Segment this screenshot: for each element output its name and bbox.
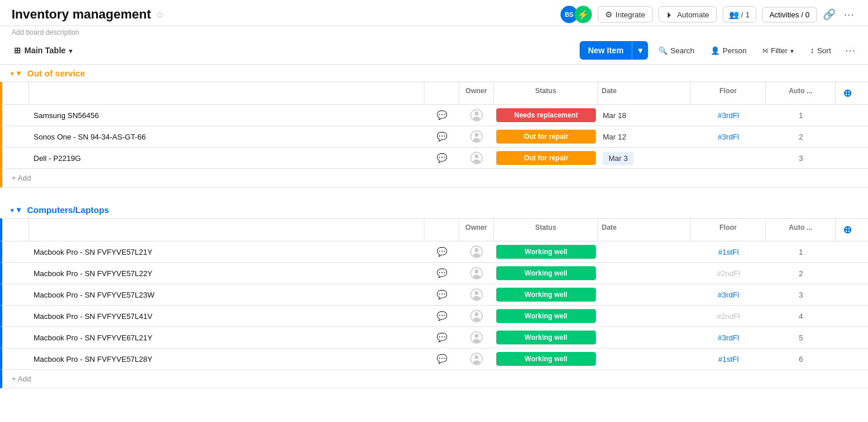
col-floor: Floor: [691, 219, 766, 241]
section-toggle-computers-laptops[interactable]: ▼: [9, 206, 23, 214]
new-item-arrow[interactable]: ▾: [632, 41, 648, 60]
status-cell[interactable]: Working well: [494, 241, 598, 262]
integrate-button[interactable]: Integrate: [598, 6, 653, 23]
row-name[interactable]: Macbook Pro - SN FVFYVE57L23W: [29, 285, 424, 305]
section-header-computers-laptops[interactable]: ▼ Computers/Laptops: [0, 201, 868, 218]
svg-point-14: [473, 275, 480, 279]
status-cell[interactable]: Working well: [494, 284, 598, 305]
owner-avatar[interactable]: [459, 245, 494, 258]
col-add[interactable]: ⊕: [836, 219, 859, 241]
row-color-bar: [12, 306, 14, 326]
status-badge: Working well: [496, 331, 596, 344]
row-name[interactable]: Macbook Pro - SN FVFYVE57L22Y: [29, 263, 424, 284]
auto-number-cell: 5: [766, 333, 836, 342]
comment-icon[interactable]: 💬: [424, 354, 459, 364]
floor-cell[interactable]: #2ndFl: [691, 312, 766, 321]
new-item-button[interactable]: New Item ▾: [580, 41, 647, 60]
svg-point-25: [475, 355, 479, 359]
comment-icon[interactable]: 💬: [424, 332, 459, 343]
status-badge: Working well: [496, 309, 596, 323]
row-name[interactable]: Macbook Pro - SN FVFYVE57L41V: [29, 306, 424, 326]
col-auto: Auto ...: [766, 82, 836, 104]
floor-cell[interactable]: #3rdFl: [691, 111, 766, 120]
status-cell[interactable]: Working well: [494, 327, 598, 348]
section-toggle-out-of-service[interactable]: ▼: [9, 69, 23, 78]
owner-avatar[interactable]: [459, 267, 494, 280]
toolbar-more-button[interactable]: ⋯: [841, 42, 859, 59]
owner-avatar[interactable]: [459, 109, 494, 122]
add-row-computers-laptops[interactable]: + Add: [0, 370, 868, 388]
status-cell[interactable]: Out for repair: [494, 126, 598, 147]
status-cell[interactable]: Out for repair: [494, 148, 598, 168]
status-cell[interactable]: Working well: [494, 348, 598, 369]
table-row: Macbook Pro - SN FVFYVE57L21Y 💬 Working …: [0, 241, 868, 263]
add-row-out-of-service[interactable]: + Add: [0, 169, 868, 188]
svg-point-26: [473, 361, 480, 365]
owner-avatar[interactable]: [459, 152, 494, 164]
comment-icon[interactable]: 💬: [424, 131, 459, 142]
floor-cell[interactable]: #2ndFl: [691, 269, 766, 278]
sort-button[interactable]: Sort: [804, 42, 837, 58]
owner-avatar[interactable]: [459, 310, 494, 322]
share-icon[interactable]: 🔗: [823, 8, 836, 21]
owner-avatar[interactable]: [459, 331, 494, 344]
row-name[interactable]: Dell - P2219G: [29, 148, 424, 168]
floor-cell[interactable]: #1stFl: [691, 355, 766, 364]
owner-avatar[interactable]: [459, 130, 494, 143]
sections-container: ▼ Out of service Owner Status Date Floor…: [0, 65, 868, 388]
filter-button[interactable]: Filter: [757, 42, 800, 58]
row-name[interactable]: Macbook Pro - SN FVFYVE67L21Y: [29, 328, 424, 348]
col-name: [29, 219, 424, 241]
comment-icon[interactable]: 💬: [424, 247, 459, 257]
filter-icon: [763, 46, 768, 55]
status-cell[interactable]: Needs replacement: [494, 105, 598, 126]
section-title-computers-laptops: Computers/Laptops: [27, 205, 109, 215]
status-cell[interactable]: Working well: [494, 306, 598, 326]
owner-avatar[interactable]: [459, 288, 494, 301]
floor-cell[interactable]: #3rdFl: [691, 291, 766, 299]
activities-button[interactable]: Activities / 0: [762, 7, 817, 23]
table-row: Macbook Pro - SN FVFYVE57L22Y 💬 Working …: [0, 263, 868, 284]
table-row: Dell - P2219G 💬 Out for repair Mar 3 3: [0, 148, 868, 169]
row-name[interactable]: Macbook Pro - SN FVFYVE57L21Y: [29, 242, 424, 262]
section-header-out-of-service[interactable]: ▼ Out of service: [0, 65, 868, 82]
floor-cell[interactable]: #1stFl: [691, 248, 766, 256]
main-table-selector[interactable]: Main Table: [9, 43, 77, 57]
svg-point-13: [475, 270, 479, 274]
row-name[interactable]: Macbook Pro - SN FVFYVE57L28Y: [29, 349, 424, 369]
star-icon[interactable]: [156, 9, 164, 20]
comment-icon[interactable]: 💬: [424, 289, 459, 300]
person-count-button[interactable]: / 1: [723, 6, 756, 23]
col-add[interactable]: ⊕: [836, 82, 859, 104]
col-floor: Floor: [691, 82, 766, 104]
new-item-label[interactable]: New Item: [580, 41, 632, 60]
add-row-label[interactable]: + Add: [12, 174, 31, 182]
comment-icon[interactable]: 💬: [424, 153, 459, 163]
row-name[interactable]: Samsung SN56456: [29, 105, 424, 126]
row-color-bar: [12, 327, 14, 348]
owner-avatar[interactable]: [459, 353, 494, 365]
add-row-label[interactable]: + Add: [12, 375, 31, 383]
date-cell: Mar 12: [598, 133, 691, 141]
status-cell[interactable]: Working well: [494, 263, 598, 284]
search-button[interactable]: Search: [653, 43, 700, 58]
comment-icon[interactable]: 💬: [424, 311, 459, 321]
date-value: Mar 18: [603, 111, 626, 120]
header-more-button[interactable]: ⋯: [841, 6, 856, 23]
table-row: Macbook Pro - SN FVFYVE57L28Y 💬 Working …: [0, 348, 868, 370]
row-name[interactable]: Sonos One - SN 94-34-AS-GT-66: [29, 127, 424, 147]
svg-point-4: [475, 133, 479, 137]
floor-cell[interactable]: #3rdFl: [691, 333, 766, 342]
svg-point-7: [475, 155, 479, 159]
person-icon: [710, 46, 720, 55]
status-badge: Working well: [496, 288, 596, 302]
comment-icon[interactable]: 💬: [424, 268, 459, 278]
row-color-bar: [12, 126, 14, 147]
comment-icon[interactable]: 💬: [424, 110, 459, 120]
floor-cell[interactable]: #3rdFl: [691, 133, 766, 141]
automate-button[interactable]: Automate: [658, 6, 717, 23]
col-headers-computers-laptops: Owner Status Date Floor Auto ... ⊕: [0, 218, 868, 241]
col-status: Status: [494, 82, 598, 104]
search-label: Search: [671, 46, 694, 55]
person-filter-button[interactable]: Person: [705, 43, 752, 58]
